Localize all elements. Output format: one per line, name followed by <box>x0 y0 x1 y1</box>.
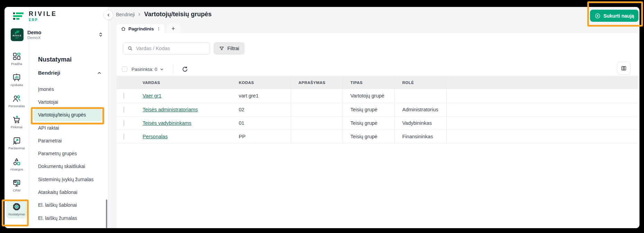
refresh-button[interactable] <box>181 65 189 73</box>
rivile-logo-icon <box>12 12 25 20</box>
menu-item[interactable]: Parametrai <box>33 134 102 147</box>
menu-item[interactable]: Vartotojai <box>33 95 102 108</box>
rail-item-pradžia[interactable]: Pradžia <box>6 52 28 66</box>
row-checkbox[interactable] <box>124 120 124 126</box>
cell-role <box>394 89 446 103</box>
cell-tipas: Teisių grupė <box>343 103 394 116</box>
column-header[interactable]: VARDAS <box>143 76 239 89</box>
row-checkbox-cell <box>117 116 143 130</box>
group-link[interactable]: Teisės administratoriams <box>143 107 198 112</box>
row-checkbox-cell <box>117 89 143 103</box>
menu-item[interactable]: Dokumentų skaitliukai <box>33 160 102 173</box>
highlight-box-settings-rail-item <box>2 199 29 226</box>
menu-item[interactable]: El. laiškų šablonai <box>33 199 102 212</box>
cell-aprasymas <box>291 116 343 130</box>
rail-item-label: Pradžia <box>11 62 22 66</box>
kebab-menu-icon[interactable] <box>156 27 161 31</box>
cell-vardas: Vaer gr1 <box>143 89 239 103</box>
cell-aprasymas <box>291 103 343 116</box>
cell-tipas: Teisių grupė <box>343 130 394 143</box>
menu-items: ĮmonėsVartotojaiVartotojų/teisių grupėsA… <box>33 83 102 228</box>
sidebar-scrollbar-thumb[interactable] <box>106 199 107 228</box>
cell-tipas: Teisių grupė <box>343 116 394 130</box>
cell-role: Administratorius <box>394 103 446 116</box>
cell-tipas: Vartotojų grupė <box>343 89 394 103</box>
rail-item-pardavimai[interactable]: Pardavimai <box>6 136 28 150</box>
group-link[interactable]: Teisės vadybininkams <box>143 120 191 126</box>
menu-section-bendrieji[interactable]: Bendrieji <box>38 70 102 76</box>
main-content: Bendrieji Vartotojų/teisių grupės Sukurt… <box>108 7 640 228</box>
chevron-down-icon[interactable] <box>160 67 164 72</box>
rail-item-label: CRM <box>13 188 20 192</box>
shapes-icon <box>12 157 21 166</box>
funnel-icon <box>219 46 224 51</box>
cell-kodas: PP <box>239 130 291 143</box>
collapse-sidebar-button[interactable] <box>103 10 113 20</box>
cell-role: Finansininkas <box>394 130 446 143</box>
page-title: Vartotojų/teisių grupės <box>144 11 211 18</box>
row-checkbox[interactable] <box>124 106 124 113</box>
cell-aprasymas <box>291 130 343 143</box>
group-link[interactable]: Personalas <box>143 134 168 139</box>
table-row: Personalas PP Teisių grupė Finansininkas <box>117 130 638 143</box>
column-header[interactable]: KODAS <box>239 76 291 89</box>
group-link[interactable]: Vaer gr1 <box>143 93 162 99</box>
crm-monitor-icon <box>12 178 21 187</box>
rail-item-label: Pirkimai <box>11 125 22 129</box>
sales-arrow-icon <box>12 136 21 145</box>
rail-item-personalas[interactable]: Personalas <box>6 94 28 108</box>
menu-item[interactable]: Ataskaitų šablonai <box>33 186 102 198</box>
breadcrumb-parent[interactable]: Bendrieji <box>116 12 135 17</box>
cell-empty <box>446 89 638 103</box>
highlight-box-create-button <box>587 1 643 27</box>
menu-item[interactable]: Įmonės <box>33 83 102 95</box>
company-avatar: RIVILE ERP <box>11 28 24 41</box>
cell-role: Vadybininkas <box>394 116 446 130</box>
row-checkbox[interactable] <box>124 93 124 99</box>
refresh-icon <box>182 66 188 73</box>
column-settings-button[interactable] <box>617 62 631 75</box>
menu-title: Nustatymai <box>38 56 72 63</box>
toolbar-divider <box>173 65 173 73</box>
rail-item-atsargos[interactable]: Atsargos <box>6 157 28 171</box>
cell-kodas: 01 <box>239 116 291 130</box>
chevron-up-icon <box>97 71 102 75</box>
chart-board-icon <box>12 73 21 82</box>
columns-icon <box>621 65 627 71</box>
menu-item[interactable]: Eksporto/importo šablonai <box>33 224 102 228</box>
menu-item[interactable]: Parametrų grupės <box>33 147 102 160</box>
rail-item-label: Apskaita <box>10 83 23 87</box>
rail-item-crm[interactable]: CRM <box>6 178 28 192</box>
cell-vardas: Personalas <box>143 130 239 143</box>
home-icon <box>121 26 126 31</box>
column-header[interactable]: TIPAS <box>343 76 394 89</box>
tab-bar: Pagrindinis + <box>117 24 180 33</box>
rail-item-pirkimai[interactable]: Pirkimai <box>6 115 28 129</box>
tab-pagrindinis[interactable]: Pagrindinis <box>117 24 164 33</box>
search-box <box>123 42 210 55</box>
column-header[interactable]: ROLĖ <box>394 76 446 89</box>
search-input[interactable] <box>136 46 206 51</box>
table-row: Teisės administratoriams 02 Teisių grupė… <box>117 103 638 116</box>
add-tab-button[interactable]: + <box>166 24 180 33</box>
row-checkbox[interactable] <box>124 133 124 140</box>
rail-item-label: Atsargos <box>10 167 23 171</box>
selected-count-label: Pasirinkta: 0 <box>131 67 157 72</box>
groups-table: VARDASKODASAPRAŠYMASTIPASROLĖ Vaer gr1 v… <box>117 76 638 143</box>
cell-empty <box>446 116 638 130</box>
table-row: Vaer gr1 vart gre1 Vartotojų grupė <box>117 89 638 103</box>
cell-vardas: Teisės administratoriams <box>143 103 239 116</box>
icon-rail: Pradžia Apskaita Personalas Pirkimai Par… <box>4 52 29 218</box>
column-header[interactable]: APRAŠYMAS <box>291 76 343 89</box>
selection-toolbar: Pasirinkta: 0 <box>122 65 189 73</box>
menu-item[interactable]: Sisteminių įvykių žurnalas <box>33 173 102 186</box>
rail-item-apskaita[interactable]: Apskaita <box>6 73 28 87</box>
highlight-box-active-menu-item <box>31 107 104 124</box>
cart-icon <box>12 115 21 124</box>
filter-button[interactable]: Filtrai <box>214 42 245 55</box>
select-all-checkbox[interactable] <box>122 66 127 72</box>
cell-kodas: vart gre1 <box>239 89 291 103</box>
table-row: Teisės vadybininkams 01 Teisių grupė Vad… <box>117 116 638 130</box>
menu-item[interactable]: El. laiškų žurnalas <box>33 212 102 224</box>
column-header-empty <box>446 76 638 89</box>
